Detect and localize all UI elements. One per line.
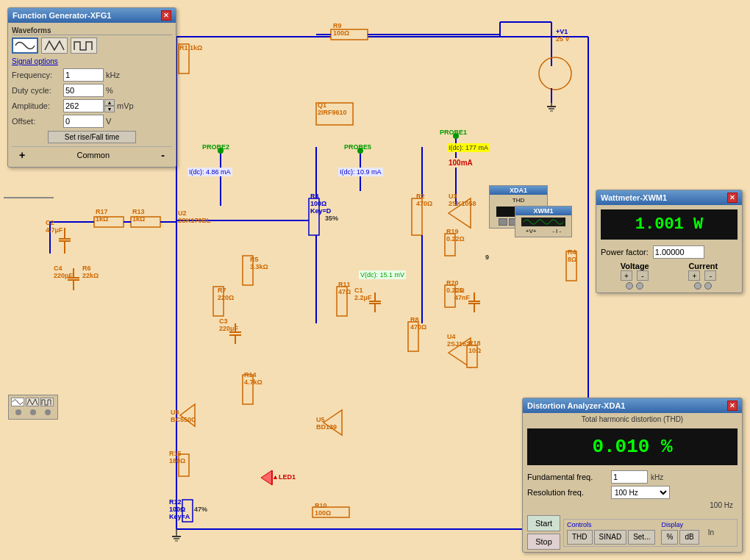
xfg1-terminals bbox=[11, 408, 55, 417]
probe2-current: I(dc): 4.86 mA bbox=[188, 168, 232, 176]
wattmeter-pf-row: Power factor: bbox=[596, 244, 742, 260]
wattmeter-display: 1.001 W bbox=[601, 209, 738, 240]
duty-cycle-input[interactable] bbox=[63, 84, 104, 97]
offset-input[interactable] bbox=[63, 115, 104, 128]
amplitude-spinner[interactable]: ▲ ▼ bbox=[104, 99, 115, 112]
da-close-button[interactable]: ✕ bbox=[727, 401, 738, 411]
da-title: Distortion Analyzer-XDA1 bbox=[527, 401, 625, 410]
amplitude-label: Amplitude: bbox=[12, 101, 63, 110]
offset-label: Offset: bbox=[12, 117, 63, 126]
da-stop-button[interactable]: Stop bbox=[527, 534, 560, 550]
probe1-current: I(dc): 177 mA bbox=[447, 143, 490, 152]
svg-rect-60 bbox=[312, 507, 349, 517]
amplitude-down-btn[interactable]: ▼ bbox=[104, 106, 115, 112]
svg-rect-74 bbox=[467, 345, 477, 367]
duty-cycle-label: Duty cycle: bbox=[12, 86, 63, 95]
da-params: Fundamental freq. kHz Resolution freq. 1… bbox=[523, 468, 742, 513]
xda1-btn1 bbox=[499, 218, 507, 226]
fg-close-button[interactable]: ✕ bbox=[161, 10, 171, 21]
voltage-terminals bbox=[621, 281, 649, 291]
res-freq-select[interactable]: 100 Hz 200 Hz 500 Hz bbox=[611, 486, 670, 499]
probe5-label: PROBE5 bbox=[344, 143, 371, 151]
triangle-wave-btn[interactable] bbox=[41, 37, 68, 54]
fg-bottom: + Common - bbox=[12, 146, 172, 163]
square-wave-btn[interactable] bbox=[71, 37, 97, 54]
da-set-button[interactable]: Set... bbox=[628, 530, 655, 545]
res-freq-label: Resolution freq. bbox=[527, 488, 608, 497]
current-terminals bbox=[688, 281, 718, 291]
sine-wave-btn[interactable] bbox=[12, 37, 38, 54]
svg-rect-76 bbox=[182, 500, 193, 522]
frequency-row: Frequency: kHz bbox=[12, 68, 172, 82]
xfg1-wave-row bbox=[11, 398, 55, 406]
offset-unit: V bbox=[106, 117, 128, 126]
xwm1-panel: XWM1 +V+ - I - bbox=[515, 206, 572, 237]
da-display-label: Display bbox=[661, 521, 699, 528]
current-minus-btn[interactable]: - bbox=[704, 270, 716, 281]
offset-row: Offset: V bbox=[12, 115, 172, 128]
xfg1-triangle-wave bbox=[26, 398, 39, 406]
xwm1-body: +V+ - I - bbox=[515, 215, 571, 237]
wattmeter-voltage-col: Voltage + - bbox=[621, 262, 649, 291]
xwm1-wave-display bbox=[521, 218, 565, 226]
svg-rect-66 bbox=[408, 322, 418, 351]
xwm1-v-minus: - I - bbox=[552, 228, 561, 234]
current-plus-terminal bbox=[694, 282, 701, 290]
voltage-plus-terminal bbox=[626, 282, 633, 290]
wattmeter-pf-input[interactable] bbox=[653, 245, 704, 259]
svg-rect-59 bbox=[243, 375, 253, 404]
xfg1-plus-terminal bbox=[15, 409, 21, 415]
svg-rect-22 bbox=[331, 29, 368, 40]
fg-titlebar: Function Generator-XFG1 ✕ bbox=[8, 8, 176, 23]
amplitude-unit: mVp bbox=[117, 101, 139, 110]
fg-common: Common bbox=[76, 151, 110, 159]
frequency-input[interactable] bbox=[63, 68, 104, 82]
xda1-title: XDA1 bbox=[490, 186, 547, 195]
signal-options-label[interactable]: Signal options bbox=[12, 57, 172, 65]
waveforms-label: Waveforms bbox=[12, 26, 172, 35]
current-minus-terminal bbox=[704, 282, 712, 290]
svg-rect-67 bbox=[445, 234, 455, 256]
xwm1-terminals: +V+ - I - bbox=[518, 228, 569, 234]
svg-rect-75 bbox=[179, 454, 189, 476]
current-col-title: Current bbox=[688, 262, 718, 270]
fg-title: Function Generator-XFG1 bbox=[12, 11, 111, 20]
voltage-plus-btn[interactable]: + bbox=[621, 270, 632, 281]
amplitude-up-btn[interactable]: ▲ bbox=[104, 99, 115, 106]
wattmeter-pf-label: Power factor: bbox=[601, 248, 649, 256]
da-percent-button[interactable]: % bbox=[661, 530, 678, 545]
svg-rect-29 bbox=[309, 198, 319, 235]
rise-fall-button[interactable]: Set rise/Fall time bbox=[48, 131, 136, 143]
da-db-button[interactable]: dB bbox=[679, 530, 699, 545]
current-plus-btn[interactable]: + bbox=[688, 270, 700, 281]
wattmeter-panel: Wattmeter-XWM1 ✕ 1.001 W Power factor: V… bbox=[596, 190, 743, 293]
wattmeter-close-button[interactable]: ✕ bbox=[727, 193, 738, 203]
da-titlebar: Distortion Analyzer-XDA1 ✕ bbox=[523, 398, 742, 413]
da-controls-display-area: Controls THD SINAD Set... Display % dB I… bbox=[563, 519, 738, 547]
da-start-stop: Start Stop bbox=[527, 515, 560, 550]
wattmeter-title: Wattmeter-XWM1 bbox=[601, 193, 667, 202]
voltage-minus-btn[interactable]: - bbox=[637, 270, 649, 281]
fund-freq-input[interactable] bbox=[611, 470, 648, 484]
probe1-label: PROBE1 bbox=[440, 129, 467, 136]
xfg1-square-wave bbox=[40, 398, 54, 406]
xfg1-common-terminal bbox=[30, 409, 36, 415]
svg-rect-84 bbox=[131, 217, 160, 227]
thd-label: THD bbox=[512, 197, 524, 204]
fg-plus: + bbox=[19, 149, 25, 161]
amplitude-row: Amplitude: ▲ ▼ mVp bbox=[12, 99, 172, 112]
da-subtitle: Total harmonic distortion (THD) bbox=[523, 413, 742, 426]
wattmeter-current-col: Current + - bbox=[688, 262, 718, 291]
amplitude-input[interactable] bbox=[63, 99, 104, 112]
current-pm-row: + - bbox=[688, 270, 718, 281]
frequency-unit: kHz bbox=[106, 71, 128, 79]
duty-cycle-row: Duty cycle: % bbox=[12, 84, 172, 97]
da-sinad-button[interactable]: SINAD bbox=[594, 530, 627, 545]
waveforms-row bbox=[12, 37, 172, 54]
da-thd-button[interactable]: THD bbox=[567, 530, 593, 545]
svg-rect-68 bbox=[445, 285, 455, 307]
xfg1-minus-terminal bbox=[45, 409, 51, 415]
da-start-button[interactable]: Start bbox=[527, 515, 560, 531]
probe5-current: I(dc): 10.9 mA bbox=[338, 168, 383, 176]
da-display-buttons: % dB bbox=[661, 530, 699, 545]
